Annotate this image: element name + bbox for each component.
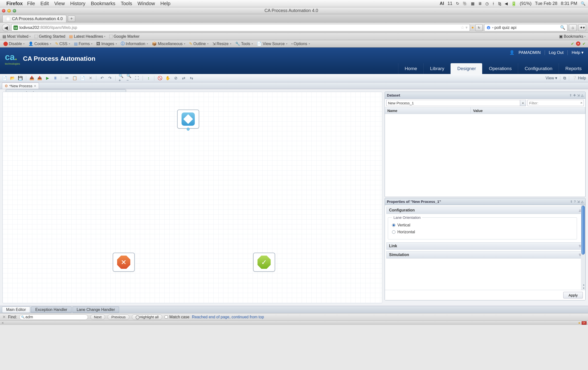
tab-exception-handler[interactable]: Exception Handler (31, 307, 72, 313)
collapse2-icon[interactable]: △ (581, 200, 583, 203)
search-dropdown-icon[interactable]: ▾ (492, 26, 493, 29)
scroll-down-icon[interactable]: ▾ (583, 287, 584, 289)
find-prev-button[interactable]: Previous (108, 314, 129, 320)
radio-horizontal[interactable]: Horizontal (392, 230, 573, 234)
radio-vertical[interactable]: Vertical (392, 223, 573, 227)
spotlight-icon[interactable]: 🔍 (581, 1, 586, 6)
dev-information[interactable]: ⓘInformation▾ (120, 41, 149, 46)
popout-icon[interactable]: ⧉ (563, 76, 566, 80)
username[interactable]: PAMADMIN (518, 50, 540, 55)
tool3-icon[interactable]: ⊘ (173, 75, 178, 81)
bookmark-google-marker[interactable]: Google Marker (109, 34, 140, 39)
dev-misc[interactable]: 📦Miscellaneous▾ (151, 41, 186, 46)
dev-outline[interactable]: ✎Outline▾ (188, 41, 209, 46)
process-tab[interactable]: ⚙ *New Process ✕ (2, 83, 39, 89)
display-icon[interactable]: 🖥 (478, 1, 482, 6)
nav-configuration[interactable]: Configuration (518, 63, 559, 74)
mac-menu-history[interactable]: History (70, 1, 85, 6)
dev-error-icon[interactable]: ✕ (576, 41, 580, 46)
logout-link[interactable]: Log Out (549, 50, 564, 55)
close-window-button[interactable] (2, 9, 5, 12)
match-case-input[interactable] (165, 315, 168, 319)
properties-panel-header[interactable]: Properties of ''New Process_1'' ⇪ ? ⇲ △ (385, 198, 585, 205)
dev-resize[interactable]: ⇲Resize▾ (211, 41, 232, 46)
pin-icon[interactable]: ⇪ (569, 94, 572, 97)
status-star-icon[interactable]: ★ (578, 321, 581, 325)
tool5-icon[interactable]: ⇆ (189, 75, 194, 81)
expand2-icon[interactable]: ⇲ (577, 200, 580, 203)
dev-check-green2-icon[interactable]: ✔ (582, 41, 586, 46)
nav-home[interactable]: Home (398, 63, 424, 74)
tool2-icon[interactable]: ✋ (165, 75, 171, 81)
mac-menu-window[interactable]: Window (137, 1, 155, 6)
open-icon[interactable]: 📂 (10, 75, 15, 81)
align-icon[interactable]: ↕ (146, 75, 151, 81)
tab-lane-change-handler[interactable]: Lane Change Handler (73, 307, 119, 313)
save-icon[interactable]: 💾 (18, 75, 23, 81)
search-go-icon[interactable]: 🔍 (560, 25, 565, 30)
cut-icon[interactable]: ✂ (64, 75, 70, 81)
section-simulation[interactable]: Simulation ▽ (386, 251, 584, 259)
undo-icon[interactable]: ↶ (99, 75, 105, 81)
mac-menu-tools[interactable]: Tools (121, 1, 132, 6)
tool1-icon[interactable]: 🚫 (157, 75, 163, 81)
match-case-checkbox[interactable]: Match case (165, 315, 189, 319)
timemachine-icon[interactable]: ◷ (485, 1, 489, 6)
dataset-panel-header[interactable]: Dataset ⇪ ✚ ⇲ △ (385, 92, 585, 99)
zoom-in-icon[interactable]: 🔍+ (119, 75, 124, 81)
bookmark-star-icon[interactable]: ☆ ▾ (461, 25, 468, 30)
scroll-up-icon[interactable]: ▴ (583, 283, 584, 286)
clear-filter-icon[interactable]: ✕ (580, 101, 583, 105)
bookmark-getting-started[interactable]: Getting Started (35, 34, 65, 39)
help-icon[interactable]: ❔ Help (572, 76, 586, 80)
tab-main-editor[interactable]: Main Editor (2, 307, 30, 313)
add-icon[interactable]: ✚ (573, 94, 576, 97)
volume-icon[interactable]: ◀ (505, 1, 508, 6)
sk-badge[interactable]: SK (582, 321, 587, 325)
mac-app-name[interactable]: Firefox (6, 1, 23, 6)
expand-icon[interactable]: ⇲ (577, 94, 580, 97)
mac-menu-help[interactable]: Help (160, 1, 171, 6)
reload-button[interactable]: ↻ (475, 24, 483, 31)
checkout-icon[interactable]: 📤 (37, 75, 42, 81)
battery-icon[interactable]: 🔋 (511, 1, 516, 6)
redo-icon[interactable]: ↷ (107, 75, 112, 81)
run-icon[interactable]: ▶ (45, 75, 50, 81)
dev-css[interactable]: ✎CSS▾ (54, 41, 71, 46)
dataset-dropdown[interactable]: New Process_1 ▾ (386, 100, 526, 106)
tool4-icon[interactable]: ⇄ (181, 75, 186, 81)
new-tab-button[interactable]: + (68, 15, 75, 22)
nav-reports[interactable]: Reports (559, 63, 588, 74)
browser-tab[interactable]: CA Process Automation 4.0 (2, 15, 66, 22)
col-value-header[interactable]: Value (471, 107, 585, 114)
dev-check-green-icon[interactable]: ✔ (571, 41, 574, 46)
evernote-icon[interactable]: 🐘 (463, 1, 467, 6)
section-link[interactable]: Link ▽ (386, 242, 584, 250)
dev-forms[interactable]: ▤Forms▾ (73, 41, 93, 46)
dev-tools[interactable]: 🔧Tools▾ (234, 41, 254, 46)
url-input[interactable]: ca lodivsa202 :8080/itpam/Web.jsp ☆ ▾ (11, 24, 470, 31)
dev-images[interactable]: 🖼Images▾ (95, 42, 118, 46)
close-tab-icon[interactable]: ✕ (34, 84, 36, 88)
status-close-icon[interactable]: ✕ (1, 321, 4, 325)
mac-menu-view[interactable]: View (54, 1, 65, 6)
fit-icon[interactable]: ⛶ (134, 75, 140, 81)
start-node[interactable] (177, 110, 199, 129)
dev-cookies[interactable]: 👤Cookies▾ (27, 41, 52, 46)
minimize-window-button[interactable] (7, 9, 11, 12)
delete-icon[interactable]: ✕ (88, 75, 93, 81)
radio-vertical-input[interactable] (392, 223, 395, 227)
collapse-icon[interactable]: △ (581, 94, 583, 97)
nav-library[interactable]: Library (423, 63, 451, 74)
bookmark-latest-headlines[interactable]: ▤Latest Headlines▾ (69, 34, 105, 39)
back-button[interactable]: ◀ (2, 24, 10, 32)
extensions-button[interactable]: ✦▾ (578, 24, 586, 31)
new-icon[interactable]: 📄 (2, 75, 7, 81)
nav-operations[interactable]: Operations (482, 63, 518, 74)
apply-button[interactable]: Apply (563, 292, 583, 298)
mac-menu-file[interactable]: File (27, 1, 35, 6)
copy-icon[interactable]: 📋 (72, 75, 77, 81)
bookmarks-menu-button[interactable]: ▣Bookmarks▾ (559, 34, 586, 39)
highlight-all-button[interactable]: ◯ Highlight all (132, 314, 162, 320)
help2-icon[interactable]: ? (574, 200, 576, 203)
